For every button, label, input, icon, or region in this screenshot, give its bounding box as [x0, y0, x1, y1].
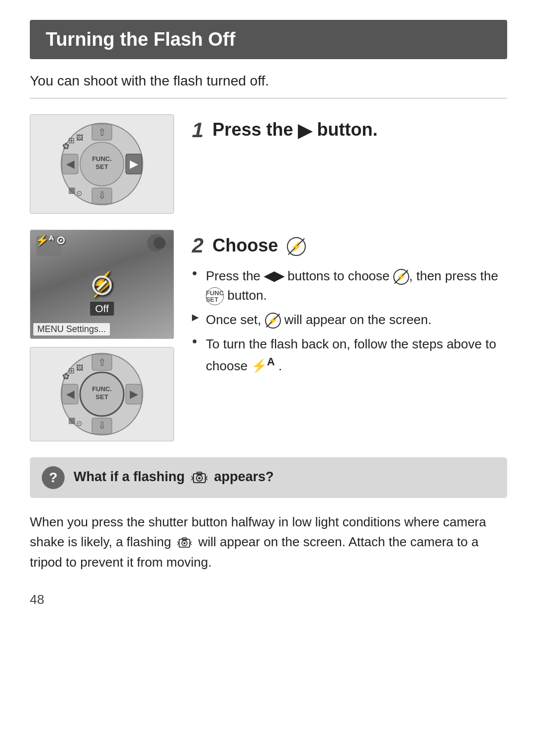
tip-box: ? What if a flashing appears? — [30, 457, 507, 498]
flash-mode-indicator: ⚡ᴬ ⊙ — [35, 234, 65, 247]
divider — [30, 98, 507, 98]
camera-ring-svg-2: FUNC. SET ⇧ ▶ ◀ — [57, 349, 147, 439]
svg-line-40 — [191, 478, 193, 480]
svg-line-50 — [190, 543, 192, 545]
svg-text:SET: SET — [95, 393, 108, 401]
tip-heading: What if a flashing appears? — [74, 469, 274, 484]
step2-heading: 2 Choose ⚡ — [192, 234, 507, 257]
flash-off-icon-inline: ⚡ — [393, 269, 409, 285]
flash-off-symbol: ⚡ ⊘ — [87, 270, 117, 298]
step2-bullets: Press the ◀▶ buttons to choose ⚡ , then … — [192, 266, 507, 376]
step1-heading: 1 Press the ▶ button. — [192, 118, 507, 142]
svg-line-39 — [191, 476, 193, 478]
svg-text:▦: ▦ — [68, 416, 76, 424]
svg-text:▶: ▶ — [130, 158, 138, 170]
camera-shake-icon — [190, 469, 208, 487]
svg-line-42 — [206, 478, 207, 480]
camera-shake-icon-inline — [177, 535, 192, 551]
step2-bullet-2: Once set, ⚡ will appear on the screen. — [192, 310, 507, 330]
step1-image: FUNC. SET ⇧ ▶ ◀ — [30, 114, 174, 214]
svg-text:⇩: ⇩ — [98, 420, 106, 431]
svg-text:▦: ▦ — [68, 186, 76, 194]
camera-ring-svg: FUNC. SET ⇧ ▶ ◀ — [57, 119, 147, 209]
svg-text:⊙: ⊙ — [76, 419, 83, 427]
tip-body: When you press the shutter button halfwa… — [30, 512, 507, 572]
svg-text:✿: ✿ — [62, 141, 70, 151]
svg-text:FUNC.: FUNC. — [92, 385, 112, 393]
step2-row: ⚡ᴬ ⊙ ⚡ ⊘ Off MENU Settings... FUNC. SET — [30, 230, 507, 441]
svg-line-49 — [190, 542, 192, 544]
step2-photo-image: ⚡ᴬ ⊙ ⚡ ⊘ Off MENU Settings... — [30, 230, 174, 339]
svg-text:◀: ◀ — [66, 158, 75, 170]
svg-text:⇩: ⇩ — [98, 190, 106, 201]
tip-content: What if a flashing appears? — [74, 469, 274, 487]
right-arrow-icon: ▶ — [298, 120, 317, 141]
step2-ring-image: FUNC. SET ⇧ ▶ ◀ — [30, 347, 174, 441]
svg-line-41 — [206, 476, 207, 478]
page-number: 48 — [30, 592, 507, 607]
svg-text:SET: SET — [95, 163, 108, 170]
step1-image-col: FUNC. SET ⇧ ▶ ◀ — [30, 114, 174, 214]
svg-text:🖼: 🖼 — [76, 364, 83, 372]
step1-heading-text: Press the ▶ button. — [212, 119, 377, 141]
page-title: Turning the Flash Off — [30, 20, 507, 59]
step1-row: FUNC. SET ⇧ ▶ ◀ — [30, 114, 507, 214]
svg-text:⇧: ⇧ — [98, 127, 106, 138]
svg-point-37 — [198, 477, 201, 480]
flash-off-icon-inline-2: ⚡ — [265, 313, 281, 329]
svg-text:⊙: ⊙ — [76, 189, 83, 197]
svg-point-45 — [183, 542, 185, 544]
svg-text:FUNC.: FUNC. — [92, 155, 112, 163]
page-subtitle: You can shoot with the flash turned off. — [30, 73, 507, 89]
step2-image-col: ⚡ᴬ ⊙ ⚡ ⊘ Off MENU Settings... FUNC. SET — [30, 230, 174, 441]
step1-content: 1 Press the ▶ button. — [192, 114, 507, 151]
off-badge: Off — [90, 302, 114, 316]
flash-off-icon: ⚡ — [287, 237, 306, 256]
svg-line-48 — [178, 543, 179, 545]
step2-number: 2 — [192, 234, 203, 257]
step1-number: 1 — [192, 118, 203, 142]
svg-text:⇧: ⇧ — [98, 357, 106, 368]
menu-bar: MENU Settings... — [33, 323, 110, 336]
svg-text:◀: ◀ — [66, 388, 75, 400]
func-set-icon: FUNCSET — [206, 287, 224, 305]
step2-bullet-1: Press the ◀▶ buttons to choose ⚡ , then … — [192, 266, 507, 305]
svg-text:▶: ▶ — [130, 388, 138, 400]
step2-content: 2 Choose ⚡ Press the ◀▶ buttons to choos… — [192, 230, 507, 381]
step2-bullet-3: To turn the flash back on, follow the st… — [192, 335, 507, 376]
step2-heading-text: Choose ⚡ — [212, 235, 306, 256]
svg-text:🖼: 🖼 — [76, 134, 83, 142]
tip-icon: ? — [42, 466, 65, 489]
svg-text:✿: ✿ — [62, 371, 70, 381]
svg-line-47 — [178, 542, 179, 544]
